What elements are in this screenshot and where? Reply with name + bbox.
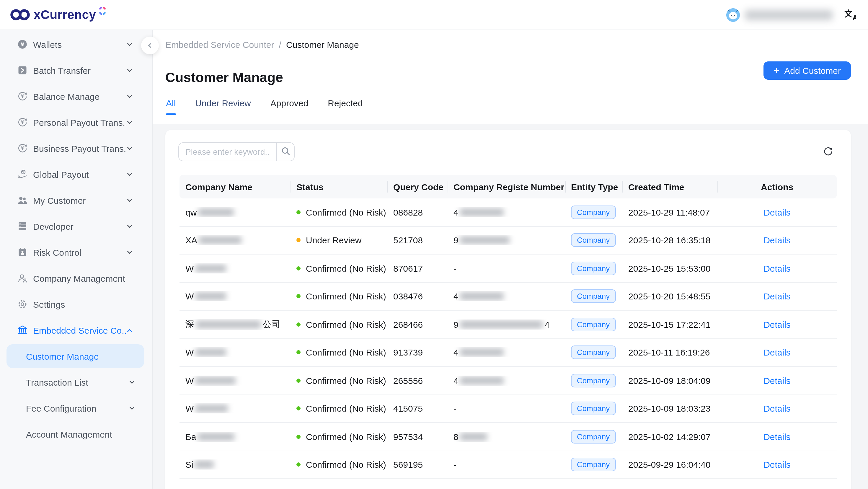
sidebar-item-settings[interactable]: Settings [0,291,152,317]
details-link[interactable]: Details [764,432,790,442]
sidebar-collapse-button[interactable] [141,37,159,54]
redacted-text [460,377,504,385]
tab-approved[interactable]: Approved [271,98,308,113]
redacted-text [195,265,226,272]
refresh-button[interactable] [822,146,834,159]
chevron-down-icon [126,41,133,48]
redacted-text [460,321,543,328]
entity-type-cell: Company [565,262,622,275]
table-row: W Confirmed (No Risk) 913739 4 Company 2… [180,339,837,367]
status-dot [297,350,301,355]
breadcrumb-separator: / [279,39,281,50]
redacted-text [195,349,226,357]
personal-payout-icon: ¥ [17,117,28,128]
company-name-cell: XA [180,235,290,245]
tab-rejected[interactable]: Rejected [328,98,363,113]
query-code-cell: 415075 [388,404,447,414]
status-dot [297,295,301,299]
status-dot [297,323,301,327]
avatar[interactable] [726,8,740,22]
registration-number-cell: - [447,404,565,414]
details-link[interactable]: Details [764,235,790,245]
sidebar-subitem-transaction-list[interactable]: Transaction List [6,369,144,395]
company-name-cell: W [180,264,290,273]
sidebar-item-balance-manage[interactable]: ¥ Balance Manage [0,83,152,109]
details-link[interactable]: Details [764,404,790,414]
plus-icon: + [774,65,779,75]
batch-transfer-icon [17,65,28,75]
sidebar-subitem-customer-manage[interactable]: Customer Manage [6,344,144,368]
top-bar: xCurrency A [0,0,868,30]
status-dot [297,238,301,242]
chevron-up-icon [126,327,133,333]
add-customer-button[interactable]: + Add Customer [764,61,851,80]
sidebar-item-personal-payout-trans[interactable]: ¥ Personal Payout Trans... [0,109,152,135]
sidebar-item-wallets[interactable]: ¥ Wallets [0,31,152,57]
table-row: Si Confirmed (No Risk) 569195 - Company … [180,451,837,479]
sidebar: ¥ Wallets Batch Transfer ¥ Balance Manag… [0,30,153,489]
breadcrumb-parent[interactable]: Embedded Service Counter [165,39,274,50]
details-link[interactable]: Details [764,207,790,217]
sidebar-subitem-account-management[interactable]: Account Management [6,421,144,447]
registration-number-cell: 4 [447,207,565,217]
created-time-cell: 2025-10-25 15:53:00 [622,264,717,273]
sidebar-item-batch-transfer[interactable]: Batch Transfer [0,57,152,83]
page-title: Customer Manage [165,70,283,86]
add-customer-label: Add Customer [784,66,841,75]
search-button[interactable] [276,143,294,161]
redacted-text [460,209,504,216]
svg-text:¥: ¥ [21,94,24,99]
registration-number-cell: 8 [447,432,565,442]
details-link[interactable]: Details [764,264,790,273]
svg-text:$: $ [22,170,25,174]
sidebar-item-global-payout[interactable]: $ Global Payout [0,161,152,187]
breadcrumb-current: Customer Manage [286,39,359,50]
sidebar-item-company-management[interactable]: Company Management [0,265,152,291]
details-link[interactable]: Details [764,376,790,386]
chevron-down-icon [126,67,133,73]
entity-type-badge: Company [571,290,616,303]
company-name-cell: qw [180,207,290,217]
status-cell: Confirmed (No Risk) [290,460,388,470]
status-dot [297,407,301,411]
search-input[interactable] [179,143,276,161]
entity-type-badge: Company [571,430,616,444]
breadcrumb: Embedded Service Counter / Customer Mana… [165,39,359,50]
tab-under-review[interactable]: Under Review [195,98,251,113]
search-icon [281,146,290,157]
sidebar-item-my-customer[interactable]: My Customer [0,187,152,213]
registration-number-cell: 94 [447,319,565,330]
sidebar-item-developer[interactable]: Developer [0,213,152,239]
business-payout-icon: ¥ [17,143,28,154]
sidebar-item-embedded-service-co[interactable]: Embedded Service Co... [0,317,152,343]
sidebar-item-business-payout-trans[interactable]: ¥ Business Payout Trans... [0,135,152,161]
redacted-text [460,433,488,440]
details-link[interactable]: Details [764,347,790,358]
entity-type-cell: Company [565,290,622,303]
created-time-cell: 2025-10-29 11:48:07 [622,207,717,217]
registration-number-cell: - [447,264,565,273]
app-window: xCurrency A ¥ Wallets Batch Transfer [0,0,868,489]
redacted-text [460,349,504,357]
translate-icon[interactable]: A [842,7,857,23]
entity-type-cell: Company [565,402,622,416]
entity-type-badge: Company [571,318,616,331]
details-link[interactable]: Details [764,292,790,302]
redacted-text [199,237,242,244]
entity-type-badge: Company [571,346,616,359]
table-row: W Confirmed (No Risk) 265556 4 Company 2… [180,367,837,395]
company-name-cell: 深公司 [180,319,290,330]
sidebar-submenu: Customer Manage Transaction List Fee Con… [0,344,152,447]
registration-number-cell: 4 [447,347,565,358]
column-header-company-name: Company Name [180,175,290,198]
company-name-cell: W [180,404,290,414]
tab-all[interactable]: All [166,98,176,113]
search-box [178,142,294,161]
details-link[interactable]: Details [764,460,790,470]
sparkle-x-icon [98,6,106,17]
table-row: W Confirmed (No Risk) 038476 4 Company 2… [180,283,837,311]
sidebar-item-risk-control[interactable]: Risk Control [0,239,152,265]
details-link[interactable]: Details [764,319,790,330]
user-menu[interactable] [726,8,833,22]
sidebar-subitem-fee-configuration[interactable]: Fee Configuration [6,395,144,421]
